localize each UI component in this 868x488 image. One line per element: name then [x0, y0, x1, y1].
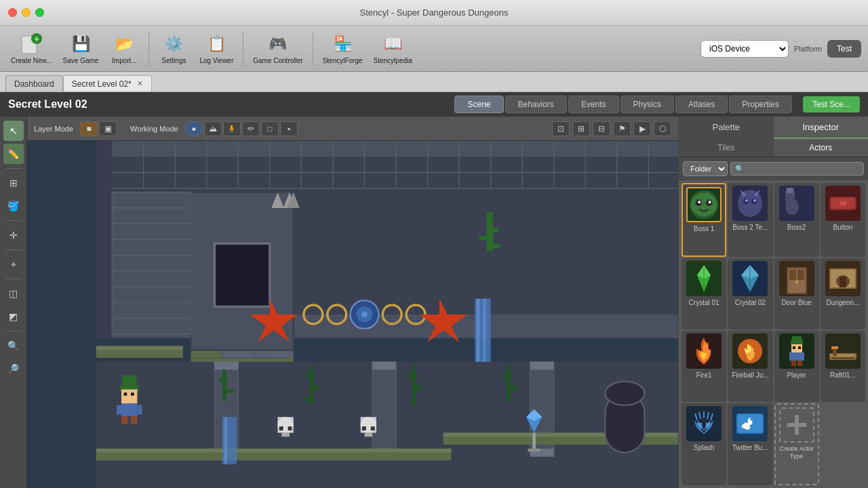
svg-rect-94: [131, 416, 137, 424]
actor-boss2te[interactable]: Boss 2 Te...: [728, 183, 772, 257]
folder-select[interactable]: Folder: [683, 161, 728, 176]
wm-terrain[interactable]: ⛰: [204, 121, 222, 136]
wm-rect2[interactable]: ▪: [280, 121, 298, 136]
test-scene-button[interactable]: Test Sce...: [803, 96, 860, 113]
tab-dashboard[interactable]: Dashboard: [5, 75, 63, 92]
svg-rect-121: [304, 397, 314, 401]
actor-raft01[interactable]: Raft01...: [821, 331, 865, 402]
game-controller-button[interactable]: 🎮 Game Controller: [249, 30, 307, 67]
actor-fireballjump-label: Fireball Ju...: [732, 371, 768, 379]
svg-rect-43: [214, 243, 269, 306]
stencylforge-icon: 🏪: [332, 33, 353, 55]
wm-pencil[interactable]: ✏: [242, 121, 260, 136]
grid-btn[interactable]: ⊡: [552, 121, 570, 136]
tab-behaviors[interactable]: Behaviors: [505, 96, 567, 113]
tab-events[interactable]: Events: [568, 96, 619, 113]
svg-rect-166: [791, 340, 803, 345]
svg-rect-66: [112, 271, 191, 287]
tool-separator-2: [5, 220, 22, 221]
actors-subtab[interactable]: Actors: [774, 139, 869, 157]
svg-rect-81: [530, 362, 554, 370]
actor-layer-tool[interactable]: ◩: [3, 306, 24, 327]
svg-rect-110: [528, 449, 540, 452]
create-actor-button[interactable]: Create Actor Type: [774, 403, 819, 485]
actor-boss2te-label: Boss 2 Te...: [732, 224, 768, 231]
svg-point-136: [738, 190, 762, 217]
wm-actor[interactable]: 🧍: [223, 121, 241, 136]
actor-doorblue[interactable]: Door Blue: [774, 258, 819, 329]
svg-rect-58: [488, 228, 498, 232]
canvas-area: Layer Mode ■ ▣ Working Mode ● ⛰ 🧍 ✏ □ ▪ …: [27, 117, 678, 488]
grid-tool[interactable]: ⊞: [3, 173, 24, 193]
game-canvas[interactable]: [27, 141, 678, 488]
grid-dots-btn[interactable]: ⊞: [572, 121, 590, 136]
tiles-subtab[interactable]: Tiles: [679, 139, 774, 157]
actor-crystal01[interactable]: Crystal 01: [682, 258, 726, 329]
settings-button[interactable]: ⚙️ Settings: [155, 30, 193, 67]
grid-large-btn[interactable]: ⊟: [593, 121, 610, 136]
actor-splash[interactable]: Splash: [682, 403, 726, 485]
actor-boss2[interactable]: Boss2: [774, 183, 819, 257]
platform-select[interactable]: iOS Device Android Desktop: [701, 40, 789, 58]
layer-mode-all[interactable]: ■: [80, 121, 98, 136]
import-button[interactable]: 📂 Import...: [105, 30, 143, 67]
stencylforge-button[interactable]: 🏪 StencylForge: [319, 30, 367, 67]
tab-atlases[interactable]: Atlases: [675, 96, 728, 113]
tab-properties[interactable]: Properties: [729, 96, 792, 113]
move-tool[interactable]: ✛: [3, 225, 24, 245]
tab-close-icon[interactable]: ✕: [137, 79, 143, 88]
actor-fire1[interactable]: Fire1: [682, 331, 726, 402]
test-button[interactable]: Test: [827, 40, 861, 58]
zoom-out-tool[interactable]: 🔎: [3, 359, 24, 379]
svg-point-129: [691, 193, 717, 217]
svg-rect-88: [122, 375, 136, 386]
toolbar-right: iOS Device Android Desktop Platform Test: [701, 40, 861, 58]
actor-player[interactable]: Player: [774, 331, 819, 402]
titlebar: Stencyl - Super Dangerous Dungeons: [0, 0, 868, 26]
svg-rect-173: [791, 361, 796, 366]
minimize-button[interactable]: [22, 8, 31, 17]
actor-boss1[interactable]: Boss 1: [682, 183, 726, 257]
play-btn[interactable]: ▶: [633, 121, 651, 136]
search-input[interactable]: [730, 162, 864, 176]
working-mode-bar: Layer Mode ■ ▣ Working Mode ● ⛰ 🧍 ✏ □ ▪ …: [27, 117, 678, 141]
close-button[interactable]: [8, 8, 17, 17]
zoom-in-tool[interactable]: 🔍: [3, 336, 24, 356]
tab-scene[interactable]: Scene: [454, 96, 503, 113]
svg-rect-67: [112, 287, 191, 302]
svg-rect-169: [798, 346, 801, 349]
actor-crystal02[interactable]: Crystal 02: [728, 258, 772, 329]
tab-active[interactable]: Secret Level 02* ✕: [63, 75, 152, 92]
pencil-tool[interactable]: ✏️: [3, 144, 24, 164]
right-panel: Palette Inspector Tiles Actors Folder: [678, 117, 868, 488]
wm-circle[interactable]: ●: [185, 121, 203, 136]
flag-btn[interactable]: ⚑: [613, 121, 631, 136]
tool-separator-4: [5, 279, 22, 279]
export-btn[interactable]: ⬡: [654, 121, 671, 136]
svg-rect-177: [831, 357, 854, 359]
stencylpedia-button[interactable]: 📖 Stencylpedia: [370, 30, 416, 67]
create-new-button[interactable]: + Create New...: [7, 30, 56, 67]
maximize-button[interactable]: [35, 8, 44, 17]
actor-twitterbu-label: Twitter Bu...: [732, 444, 768, 451]
actor-dungeon[interactable]: Dungeon...: [821, 258, 865, 329]
fill-tool[interactable]: 🪣: [3, 196, 24, 216]
actor-fireballjump[interactable]: Fireball Ju...: [728, 331, 772, 402]
select-tool[interactable]: ↖: [3, 121, 24, 141]
palette-tab[interactable]: Palette: [679, 117, 774, 139]
svg-rect-89: [121, 390, 137, 404]
subtabs: Tiles Actors: [679, 139, 868, 157]
wm-rect[interactable]: □: [261, 121, 279, 136]
tab-physics[interactable]: Physics: [620, 96, 674, 113]
log-viewer-button[interactable]: 📋 Log Viewer: [195, 30, 237, 67]
actor-player-label: Player: [787, 371, 806, 379]
svg-rect-99: [279, 426, 283, 430]
inspector-tab[interactable]: Inspector: [774, 117, 869, 139]
lasso-tool[interactable]: ⌖: [3, 254, 24, 274]
actor-twitterbu[interactable]: Twitter Bu...: [728, 403, 772, 485]
layer-mode-single[interactable]: ▣: [99, 121, 117, 136]
save-game-button[interactable]: 💾 Save Game: [59, 30, 103, 67]
working-mode-buttons: ● ⛰ 🧍 ✏ □ ▪: [185, 121, 298, 136]
actor-button[interactable]: Button: [821, 183, 865, 257]
scene-layer-tool[interactable]: ◫: [3, 283, 24, 304]
